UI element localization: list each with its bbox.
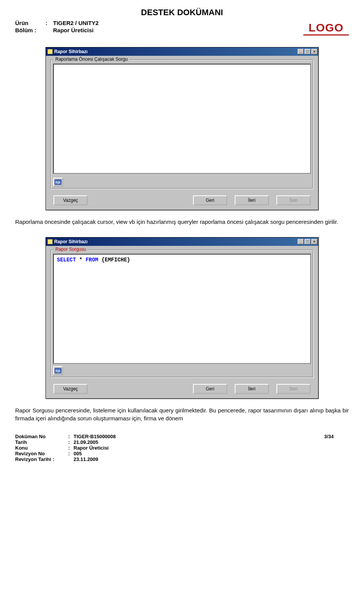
sql-button[interactable]: SQL: [53, 178, 63, 187]
window-rapor-sihirbazi-2: Rapor Sihirbazı _ □ × Rapor Sorgusu SELE…: [46, 237, 318, 399]
pre-query-textarea[interactable]: [53, 64, 311, 174]
cancel-button[interactable]: Vazgeç: [53, 195, 88, 205]
finish-button[interactable]: Son: [276, 195, 311, 205]
document-title: DESTEK DOKÜMANI: [15, 8, 349, 17]
groupbox-label: Raporlama Öncesi Çalışacak Sorgu: [54, 57, 129, 62]
paragraph-2: Rapor Sorgusu penceresinde, listeleme iç…: [15, 406, 349, 422]
footer-colon: :: [68, 445, 74, 451]
maximize-button[interactable]: □: [304, 49, 311, 54]
sql-icon: SQL: [55, 179, 61, 185]
footer-docno-label: Doküman No: [15, 434, 68, 439]
meta-product-label: Ürün: [15, 20, 46, 26]
meta-colon: :: [46, 20, 53, 26]
footer-subject-value: Rapor Üreticisi: [74, 445, 108, 451]
meta-section-label: Bölüm :: [15, 27, 46, 33]
meta-section-value: Rapor Üreticisi: [53, 27, 94, 33]
sql-star: *: [79, 257, 82, 263]
footer-subject-label: Konu: [15, 445, 68, 451]
window-icon: [47, 49, 53, 54]
footer-revdate-value: 23.11.2009: [74, 456, 98, 462]
minimize-button[interactable]: _: [298, 239, 304, 244]
footer-colon-blank: [68, 456, 74, 462]
maximize-button[interactable]: □: [304, 239, 311, 244]
minimize-button[interactable]: _: [298, 49, 304, 54]
back-button[interactable]: Geri: [193, 195, 227, 205]
sql-keyword-from: FROM: [86, 257, 99, 263]
meta-product-value: TIGER2 / UNITY2: [53, 20, 99, 26]
groupbox-pre-query: Raporlama Öncesi Çalışacak Sorgu SQL: [50, 60, 314, 189]
sql-button[interactable]: SQL: [53, 366, 63, 375]
window-icon: [47, 239, 53, 244]
footer-date-value: 21.09.2005: [74, 439, 98, 445]
meta-colon-blank: [46, 27, 53, 33]
sql-keyword-select: SELECT: [57, 257, 76, 263]
window-title: Rapor Sihirbazı: [54, 239, 88, 244]
next-button[interactable]: İleri: [235, 195, 269, 205]
paragraph-1: Raporlama öncesinde çalışacak cursor, vi…: [15, 218, 349, 226]
footer-colon: :: [68, 439, 74, 445]
footer-revno-value: 005: [74, 451, 82, 456]
next-button[interactable]: İleri: [235, 384, 269, 394]
footer-revdate-label: Revizyon Tarihi :: [15, 456, 68, 462]
close-button[interactable]: ×: [311, 49, 317, 54]
footer: 3/34 Doküman No : TIGER-B15000008 Tarih …: [15, 434, 349, 462]
footer-colon: :: [68, 451, 74, 456]
footer-docno-value: TIGER-B15000008: [74, 434, 116, 439]
header-meta: Ürün : TIGER2 / UNITY2 Bölüm : Rapor Üre…: [15, 20, 303, 34]
finish-button[interactable]: Son: [276, 384, 311, 394]
titlebar[interactable]: Rapor Sihirbazı _ □ ×: [46, 238, 318, 246]
logo-text: LOGO: [309, 22, 344, 33]
header-row: Ürün : TIGER2 / UNITY2 Bölüm : Rapor Üre…: [15, 20, 349, 36]
titlebar[interactable]: Rapor Sihirbazı _ □ ×: [46, 47, 318, 56]
close-button[interactable]: ×: [311, 239, 317, 244]
logo-underline: [303, 34, 349, 36]
report-query-textarea[interactable]: SELECT * FROM {EMFICHE}: [53, 254, 311, 364]
footer-colon: :: [68, 434, 74, 439]
page-number: 3/34: [324, 434, 334, 439]
brand-logo: LOGO: [303, 22, 349, 36]
window-title: Rapor Sihirbazı: [54, 49, 88, 54]
groupbox-report-query: Rapor Sorgusu SELECT * FROM {EMFICHE} SQ…: [50, 250, 314, 378]
footer-date-label: Tarih: [15, 439, 68, 445]
cancel-button[interactable]: Vazgeç: [53, 384, 88, 394]
back-button[interactable]: Geri: [193, 384, 227, 394]
footer-revno-label: Revizyon No: [15, 451, 68, 456]
sql-table: {EMFICHE}: [102, 257, 130, 263]
sql-icon: SQL: [55, 368, 61, 373]
window-rapor-sihirbazi-1: Rapor Sihirbazı _ □ × Raporlama Öncesi Ç…: [46, 47, 318, 210]
groupbox-label: Rapor Sorgusu: [54, 247, 88, 252]
